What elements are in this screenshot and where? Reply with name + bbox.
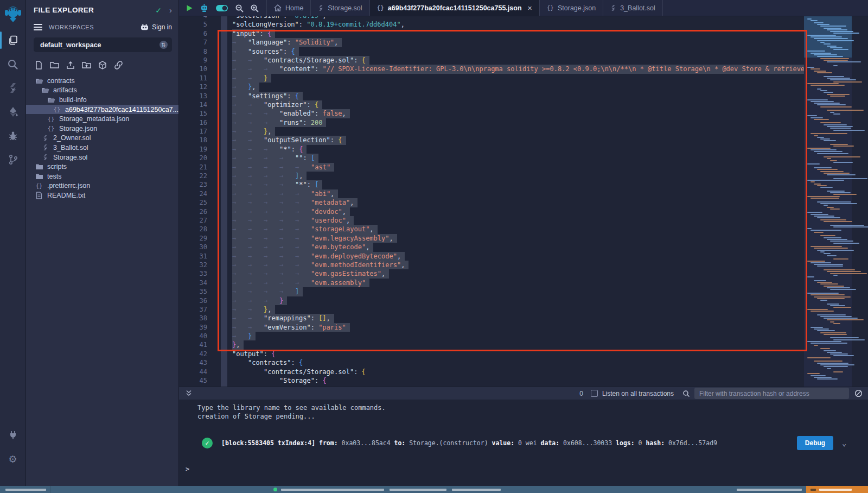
code-line-4[interactable]: 4"solcVersion": "0.8.19", [179,16,804,20]
terminal-prompt[interactable]: > [186,465,189,473]
code-line-24[interactable]: 24→→→→→"abi", [179,189,804,198]
ai-assistant-button[interactable] [200,4,209,12]
code-line-45[interactable]: 45"Storage": { [179,376,804,385]
code-line-32[interactable]: 32→→→→→"evm.methodIdentifiers", [179,261,804,269]
tree-item-storage-metadata-json[interactable]: {}Storage_metadata.json [26,114,178,124]
code-line-5[interactable]: 5"solcLongVersion": "0.8.19+commit.7dd6d… [179,20,804,29]
new-file-icon[interactable] [35,61,43,72]
tab-3-ballot-sol[interactable]: 3_Ballot.sol [603,0,663,16]
code-line-44[interactable]: 44"contracts/Storage.sol": { [179,368,804,376]
code-line-43[interactable]: 43"contracts": { [179,358,804,367]
code-line-6[interactable]: 6"input": { [179,29,804,38]
tree-item-a69b43f277ba20fcac141151250ca7-[interactable]: {}a69b43f277ba20fcac141151250ca7... [26,105,178,115]
code-line-22[interactable]: 22→→→→], [179,172,804,180]
code-line-7[interactable]: 7→"language": "Solidity", [179,38,804,47]
code-line-40[interactable]: 40→} [179,332,804,340]
close-tab-icon[interactable]: × [528,4,532,12]
code-line-13[interactable]: 13→"settings": { [179,92,804,100]
rail-item-file-explorer[interactable] [0,28,25,52]
ipfs-box-icon[interactable] [98,61,107,72]
sign-in-button[interactable]: Sign in [141,23,172,31]
tree-item-build-info[interactable]: build-info [26,95,178,105]
code-line-19[interactable]: 19→→→"*": { [179,145,804,154]
tree-item-contracts[interactable]: contracts [26,76,178,86]
tree-item-storage-json[interactable]: {}Storage.json [26,124,178,134]
rail-item-search[interactable] [0,52,25,76]
code-line-30[interactable]: 30→→→→→"evm.bytecode", [179,243,804,251]
code-line-12[interactable]: 12→}, [179,83,804,91]
terminal-output[interactable]: Type the library name to see available c… [179,400,868,486]
rail-item-solidity-compiler[interactable] [0,76,25,100]
code-line-10[interactable]: 10→→→"content": "// SPDX-License-Identif… [179,65,804,73]
workspace-selector[interactable]: default_workspace ⇅ [34,37,172,52]
rail-item-git[interactable] [0,148,25,172]
code-line-29[interactable]: 29→→→→→"evm.legacyAssembly", [179,234,804,243]
code-line-28[interactable]: 28→→→→→"storageLayout", [179,225,804,233]
minimap[interactable] [804,16,852,387]
code-line-35[interactable]: 35→→→→] [179,287,804,296]
rail-item-remix-logo[interactable] [0,0,25,28]
expand-tx-icon[interactable]: ⌄ [842,439,846,447]
line-number: 45 [179,376,214,385]
zoom-out-button[interactable] [235,4,244,12]
tab-storage-sol[interactable]: Storage.sol [311,0,369,16]
tree-item-artifacts[interactable]: artifacts [26,86,178,96]
code-line-31[interactable]: 31→→→→→"evm.deployedBytecode", [179,252,804,261]
toggle-switch[interactable] [215,4,228,12]
code-line-34[interactable]: 34→→→→→"evm.assembly" [179,279,804,287]
code-line-25[interactable]: 25→→→→→"metadata", [179,198,804,207]
folder-open-icon [47,97,55,103]
code-line-39[interactable]: 39→→"evmVersion": "paris" [179,323,804,332]
rail-item-deploy-and-run[interactable] [0,100,25,124]
code-line-9[interactable]: 9→→"contracts/Storage.sol": { [179,56,804,65]
code-line-41[interactable]: 41}, [179,340,804,349]
tree-item--prettierrc-json[interactable]: {}.prettierrc.json [26,181,178,191]
code-line-8[interactable]: 8→"sources": { [179,47,804,56]
code-line-11[interactable]: 11→→} [179,74,804,83]
code-line-20[interactable]: 20→→→→"": [ [179,154,804,162]
upload-file-icon[interactable] [66,61,75,72]
run-script-button[interactable] [186,4,193,12]
link-icon[interactable] [114,61,123,72]
code-line-16[interactable]: 16→→→"runs": 200 [179,118,804,127]
code-line-21[interactable]: 21→→→→→"ast" [179,163,804,172]
code-line-18[interactable]: 18→→"outputSelection": { [179,136,804,144]
code-line-14[interactable]: 14→→"optimizer": { [179,100,804,109]
clear-console-icon[interactable] [854,389,863,397]
upload-folder-icon[interactable] [82,61,91,72]
zoom-in-button[interactable] [250,4,259,12]
code-line-42[interactable]: 42"output": { [179,350,804,358]
tab-storage-json[interactable]: {}Storage.json [540,0,603,16]
code-line-27[interactable]: 27→→→→→"userdoc", [179,216,804,225]
tab-home[interactable]: Home [267,0,311,16]
code-line-38[interactable]: 38→→"remappings": [], [179,314,804,323]
rail-item-debugger[interactable] [0,124,25,148]
code-line-36[interactable]: 36→→→} [179,296,804,305]
chevron-right-icon[interactable]: › [169,5,172,15]
new-folder-icon[interactable] [50,61,59,72]
line-number: 4 [179,16,214,20]
rail-item-plugin-manager[interactable] [0,423,25,447]
line-number: 29 [179,234,214,243]
code-line-15[interactable]: 15→→→"enabled": false, [179,109,804,118]
rail-item-settings[interactable]: ⚙ [0,447,25,471]
tree-item-3-ballot-sol[interactable]: 3_Ballot.sol [26,143,178,153]
listen-all-checkbox[interactable] [591,390,598,397]
code-editor[interactable]: 4"solcVersion": "0.8.19",5"solcLongVersi… [179,16,868,387]
code-line-37[interactable]: 37→→}, [179,305,804,314]
code-line-26[interactable]: 26→→→→→"devdoc", [179,207,804,216]
code-line-17[interactable]: 17→→}, [179,127,804,136]
expand-terminal-icon[interactable] [186,389,192,399]
tab-a69b43f277ba20fcac141151250ca755-json[interactable]: {}a69b43f277ba20fcac141151250ca755.json× [370,0,540,16]
hamburger-menu-icon[interactable] [34,22,42,32]
tree-item-storage-sol[interactable]: Storage.sol [26,153,178,162]
tx-filter-input[interactable] [694,388,849,399]
code-line-33[interactable]: 33→→→→→"evm.gasEstimates", [179,269,804,278]
tree-item-tests[interactable]: tests [26,172,178,181]
tree-item-scripts[interactable]: scripts [26,162,178,172]
transaction-log-row[interactable]: ✓ [block:5583405 txIndex:4] from: 0xa03.… [202,433,846,453]
tree-item-2-owner-sol[interactable]: 2_Owner.sol [26,134,178,143]
debug-button[interactable]: Debug [797,436,833,450]
tree-item-readme-txt[interactable]: README.txt [26,191,178,200]
code-line-23[interactable]: 23→→→→"*": [ [179,180,804,189]
